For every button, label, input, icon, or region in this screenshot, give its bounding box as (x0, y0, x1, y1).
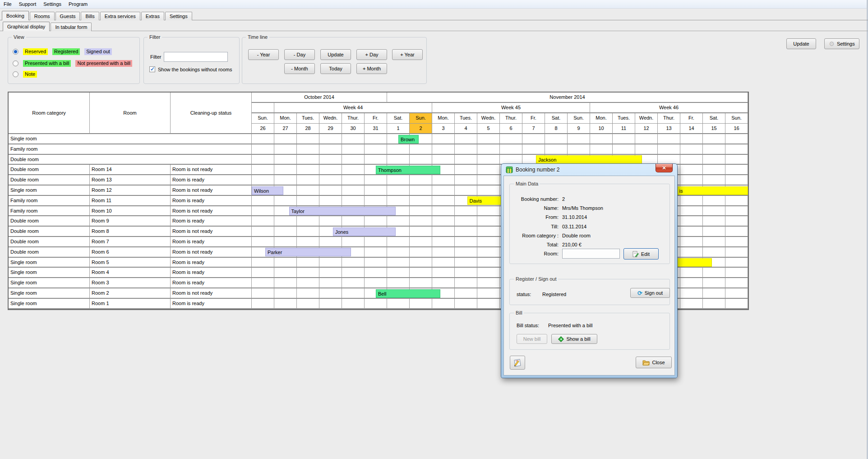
day-cell[interactable] (387, 175, 410, 185)
day-cell[interactable] (410, 237, 432, 247)
day-cell[interactable] (274, 268, 297, 278)
day-cell[interactable] (455, 268, 477, 278)
day-cell[interactable] (342, 268, 365, 278)
day-cell[interactable] (635, 134, 658, 144)
booking-bar-is[interactable]: is (677, 186, 748, 195)
day-cell[interactable] (365, 216, 387, 227)
day-cell[interactable] (410, 196, 432, 206)
day-cell[interactable] (477, 216, 500, 227)
day-cell[interactable] (342, 185, 365, 196)
day-cell[interactable] (703, 237, 725, 247)
day-cell[interactable] (568, 144, 590, 155)
day-cell[interactable] (658, 134, 680, 144)
booking-bar-wilson[interactable]: Wilson (252, 186, 283, 195)
day-cell[interactable] (432, 134, 455, 144)
day-cell[interactable] (703, 288, 725, 299)
day-cell[interactable] (455, 237, 477, 247)
day-cell[interactable] (252, 175, 274, 185)
day-cell[interactable] (319, 144, 342, 155)
day-cell[interactable] (680, 247, 703, 258)
edit-button[interactable]: Edit (623, 248, 659, 260)
day-cell[interactable] (319, 258, 342, 268)
day-cell[interactable] (274, 278, 297, 288)
day-cell[interactable] (725, 268, 748, 278)
day-cell[interactable] (342, 175, 365, 185)
day-cell[interactable] (252, 268, 274, 278)
day-cell[interactable] (274, 155, 297, 165)
day-cell[interactable] (410, 268, 432, 278)
day-cell[interactable] (319, 185, 342, 196)
day-cell[interactable] (365, 155, 387, 165)
tab-guests[interactable]: Guests (55, 12, 80, 20)
new-bill-button[interactable]: New bill (517, 334, 547, 344)
day-cell[interactable] (387, 155, 410, 165)
day-cell[interactable] (252, 299, 274, 309)
close-icon[interactable]: ✕ (656, 164, 673, 172)
day-cell[interactable] (342, 278, 365, 288)
day-cell[interactable] (635, 144, 658, 155)
day-cell[interactable] (680, 155, 703, 165)
day-cell[interactable] (274, 216, 297, 227)
tab-rooms[interactable]: Rooms (30, 12, 55, 20)
day-cell[interactable] (342, 299, 365, 309)
day-cell[interactable] (387, 144, 410, 155)
day-cell[interactable] (410, 175, 432, 185)
day-cell[interactable] (455, 144, 477, 155)
day-cell[interactable] (455, 258, 477, 268)
day-cell[interactable] (703, 155, 725, 165)
day-cell[interactable] (703, 175, 725, 185)
day-cell[interactable] (410, 299, 432, 309)
day-cell[interactable] (342, 144, 365, 155)
day-cell[interactable] (387, 185, 410, 196)
close-button[interactable]: Close (636, 357, 672, 368)
show-a-bill-button[interactable]: Show a bill (551, 334, 597, 344)
day-cell[interactable] (545, 134, 568, 144)
day-cell[interactable] (297, 288, 319, 299)
day-cell[interactable] (703, 196, 725, 206)
day-cell[interactable] (477, 134, 500, 144)
day-cell[interactable] (680, 288, 703, 299)
day-cell[interactable] (658, 144, 680, 155)
day-cell[interactable] (680, 299, 703, 309)
day-cell[interactable] (252, 206, 274, 217)
timeline-today-button[interactable]: Today (320, 63, 351, 74)
day-cell[interactable] (680, 165, 703, 175)
tab-extras[interactable]: Extras (141, 12, 164, 20)
day-cell[interactable] (365, 144, 387, 155)
day-cell[interactable] (432, 206, 455, 217)
day-cell[interactable] (455, 247, 477, 258)
day-cell[interactable] (725, 175, 748, 185)
booking-bar-brown[interactable]: Brown (398, 135, 419, 144)
day-cell[interactable] (387, 247, 410, 258)
day-cell[interactable] (725, 299, 748, 309)
day-cell[interactable] (477, 268, 500, 278)
day-cell[interactable] (522, 134, 545, 144)
day-cell[interactable] (365, 247, 387, 258)
show-bookings-without-rooms-checkbox[interactable] (149, 66, 155, 72)
day-cell[interactable] (455, 175, 477, 185)
day-cell[interactable] (703, 247, 725, 258)
day-cell[interactable] (680, 206, 703, 217)
day-cell[interactable] (455, 206, 477, 217)
day-cell[interactable] (703, 278, 725, 288)
day-cell[interactable] (725, 247, 748, 258)
day-cell[interactable] (432, 299, 455, 309)
day-cell[interactable] (500, 144, 522, 155)
day-cell[interactable] (387, 216, 410, 227)
menu-file[interactable]: File (0, 0, 15, 8)
day-cell[interactable] (703, 206, 725, 217)
day-cell[interactable] (703, 216, 725, 227)
day-cell[interactable] (297, 196, 319, 206)
day-cell[interactable] (319, 216, 342, 227)
day-cell[interactable] (365, 278, 387, 288)
day-cell[interactable] (680, 175, 703, 185)
menu-support[interactable]: Support (15, 0, 40, 8)
day-cell[interactable] (477, 206, 500, 217)
day-cell[interactable] (387, 299, 410, 309)
day-cell[interactable] (297, 144, 319, 155)
day-cell[interactable] (725, 278, 748, 288)
day-cell[interactable] (252, 216, 274, 227)
day-cell[interactable] (725, 134, 748, 144)
day-cell[interactable] (319, 134, 342, 144)
day-cell[interactable] (342, 216, 365, 227)
